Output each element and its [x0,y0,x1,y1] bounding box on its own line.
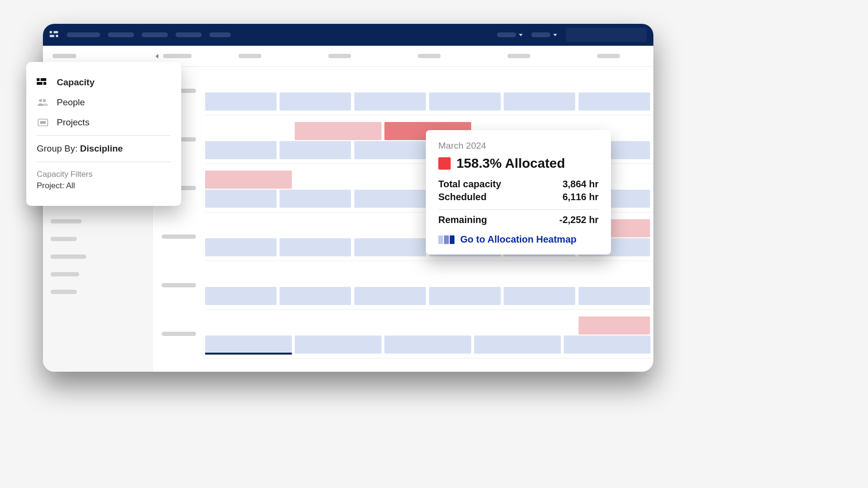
app-logo-icon [50,31,58,39]
nav-tab[interactable] [108,32,134,37]
allocation-bar[interactable] [295,122,382,140]
row-label [162,234,196,239]
allocation-bar[interactable] [354,92,426,111]
timeline-column-header[interactable] [474,54,564,58]
row-label [162,283,196,287]
nav-tab[interactable] [142,32,168,37]
total-capacity-label: Total capacity [438,179,501,190]
allocation-bar[interactable] [279,287,351,305]
row-item[interactable] [51,254,86,259]
scheduled-value: 6,116 hr [562,192,599,203]
allocation-bar[interactable] [429,92,501,111]
remaining-label: Remaining [438,214,487,225]
allocation-bar[interactable] [205,171,292,189]
allocation-bar[interactable] [205,190,277,208]
view-option-label: Capacity [57,77,94,88]
row-item[interactable] [51,272,79,276]
group-by-row[interactable]: Group By: Discipline [26,139,181,159]
row-item[interactable] [51,219,82,224]
group-by-value: Discipline [80,143,123,153]
allocation-bar[interactable] [354,190,426,208]
allocation-bar[interactable] [504,92,575,111]
allocation-bar[interactable] [205,238,277,256]
chevron-down-icon [519,34,523,36]
capacity-row [205,67,653,115]
chevron-down-icon [553,34,557,36]
allocation-bar[interactable] [295,336,382,354]
total-capacity-value: 3,864 hr [562,179,599,190]
nav-dropdown[interactable] [531,32,557,37]
timeline-column-header[interactable] [564,54,653,58]
allocation-bar[interactable] [504,287,575,305]
scheduled-label: Scheduled [438,192,486,203]
capacity-row [205,261,653,310]
view-selector-popover: Capacity People Projects Group By: Disci… [26,62,181,206]
row-item[interactable] [51,290,77,294]
allocation-bar[interactable] [354,238,426,256]
timeline-column-header[interactable] [205,54,295,58]
allocation-bar[interactable] [279,92,351,111]
nav-tab[interactable] [176,32,202,37]
allocation-bar[interactable] [205,336,292,354]
svg-rect-3 [40,121,46,124]
remaining-value: -2,252 hr [559,214,599,225]
heatmap-link-label: Go to Allocation Heatmap [460,234,577,245]
svg-point-1 [43,99,46,102]
allocation-tooltip: March 2024 158.3% Allocated Total capaci… [426,130,611,254]
allocation-bar[interactable] [429,287,501,305]
timeline-column-header[interactable] [295,54,384,58]
allocation-bar[interactable] [205,92,277,111]
allocation-bar[interactable] [279,238,351,256]
capacity-icon [37,78,49,87]
allocation-bar[interactable] [205,141,277,159]
allocation-bar[interactable] [384,336,471,354]
capacity-row [205,310,653,358]
timeline-prev[interactable] [153,54,205,59]
allocation-percentage: 158.3% Allocated [456,156,565,171]
heatmap-link[interactable]: Go to Allocation Heatmap [438,234,599,245]
timeline-column-header[interactable] [384,54,474,58]
allocation-level-swatch [438,157,451,170]
allocation-bar[interactable] [354,141,426,159]
allocation-bar[interactable] [579,287,650,305]
nav-tabs [67,32,231,37]
nav-tab[interactable] [209,32,231,37]
nav-tab[interactable] [67,32,100,37]
row-label [162,332,196,336]
projects-icon [37,118,49,127]
row-item[interactable] [51,237,77,241]
filters-heading: Capacity Filters [37,170,171,179]
allocation-bar[interactable] [579,316,650,335]
top-nav [43,24,653,46]
allocation-bar[interactable] [564,336,651,354]
search-input[interactable] [566,28,647,42]
allocation-bar[interactable] [279,190,351,208]
view-option-label: Projects [57,117,90,128]
chevron-left-icon [155,54,158,59]
view-option-projects[interactable]: Projects [26,112,181,132]
allocation-bar[interactable] [205,287,277,305]
tooltip-month: March 2024 [438,141,599,151]
view-option-people[interactable]: People [26,92,181,112]
view-option-capacity[interactable]: Capacity [26,72,181,92]
allocation-bar[interactable] [579,92,650,111]
allocation-bar[interactable] [474,336,561,354]
svg-point-0 [39,99,42,102]
allocation-bar[interactable] [354,287,426,305]
group-by-label: Group By: [37,143,80,153]
allocation-bar[interactable] [279,141,351,159]
nav-dropdown[interactable] [497,32,523,37]
people-icon [37,98,49,107]
project-filter[interactable]: Project: All [37,181,171,191]
heatmap-icon [438,235,455,244]
view-option-label: People [57,97,85,108]
